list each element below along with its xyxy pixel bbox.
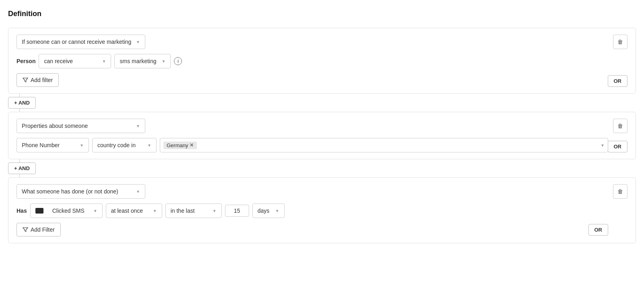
marketing-condition-dropdown[interactable]: If someone can or cannot receive marketi… [17,35,145,49]
filter-icon [23,227,28,232]
at-least-once-dropdown[interactable]: at least once ▼ [106,203,162,218]
can-receive-dropdown[interactable]: can receive ▼ [39,54,111,68]
delete-block-1-button[interactable]: 🗑 [613,35,627,49]
and-button-1[interactable]: + AND [8,97,36,109]
what-done-dropdown[interactable]: What someone has done (or not done) ▼ [17,184,145,199]
and-button-2[interactable]: + AND [8,162,36,174]
chevron-down-icon: ▼ [275,209,279,213]
days-dropdown[interactable]: days ▼ [252,203,285,218]
filter-icon [23,77,28,83]
chevron-down-icon: ▼ [601,143,605,148]
germany-tag: Germany ✕ [163,142,197,149]
chevron-down-icon: ▼ [213,209,217,213]
condition-block-1: If someone can or cannot receive marketi… [8,28,636,94]
condition-block-3: What someone has done (or not done) ▼ Ha… [8,177,636,243]
chevron-down-icon: ▼ [80,143,84,148]
and-connector-1: + AND [8,94,636,112]
phone-number-dropdown[interactable]: Phone Number ▼ [17,138,89,152]
page-title: Definition [8,10,636,18]
delete-block-2-button[interactable]: 🗑 [613,119,627,133]
trash-icon: 🗑 [617,188,623,195]
info-icon[interactable]: i [174,57,182,65]
country-tag-select[interactable]: Germany ✕ ▼ [160,138,608,152]
properties-dropdown[interactable]: Properties about someone ▼ [17,119,145,133]
has-label: Has [17,208,27,214]
person-label: Person [17,58,35,64]
sms-marketing-dropdown[interactable]: sms marketing ▼ [114,54,171,68]
clicked-sms-dropdown[interactable]: Clicked SMS ▼ [30,203,103,218]
chevron-down-icon: ▼ [153,209,157,213]
chevron-down-icon: ▼ [162,59,166,64]
or-button-1[interactable]: OR [608,75,628,87]
or-button-3[interactable]: OR [588,224,609,236]
chevron-down-icon: ▼ [136,124,140,128]
or-button-2[interactable]: OR [608,141,628,152]
number-input[interactable] [225,205,249,217]
chevron-down-icon: ▼ [93,209,97,213]
add-filter-button[interactable]: Add filter [17,73,59,87]
chevron-down-icon: ▼ [102,59,106,64]
sms-icon [35,208,43,214]
trash-icon: 🗑 [617,123,623,129]
chevron-down-icon: ▼ [147,143,151,148]
chevron-down-icon: ▼ [136,40,140,44]
and-connector-2: + AND [8,159,636,177]
chevron-down-icon: ▼ [136,189,140,194]
condition-block-2: Properties about someone ▼ Phone Number … [8,112,636,159]
in-the-last-dropdown[interactable]: in the last ▼ [165,203,222,218]
country-code-dropdown[interactable]: country code in ▼ [92,138,157,152]
remove-tag-icon[interactable]: ✕ [190,142,194,148]
add-filter-button-3[interactable]: Add Filter [17,223,61,236]
delete-block-3-button[interactable]: 🗑 [613,184,627,199]
trash-icon: 🗑 [617,39,623,45]
